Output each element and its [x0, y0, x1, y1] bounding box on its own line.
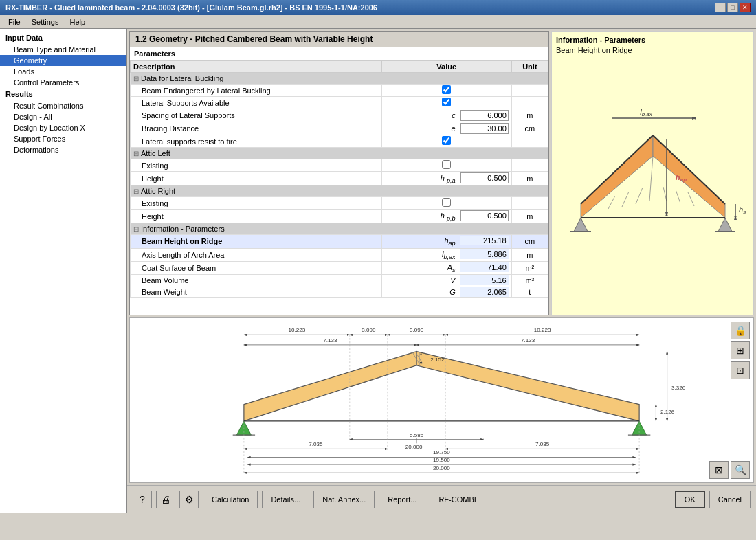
row-value: As 71.40 — [381, 261, 511, 274]
table-row: Beam Weight G 2.065 t — [131, 286, 548, 297]
row-desc: Bracing Distance — [131, 122, 382, 135]
window-controls: ─ □ ✕ — [715, 3, 751, 12]
zoom-button[interactable]: 🔍 — [731, 461, 750, 479]
maximize-button[interactable]: □ — [727, 3, 738, 12]
minimize-button[interactable]: ─ — [715, 3, 726, 12]
table-row: Lateral supports resist to fire — [131, 135, 548, 148]
svg-line-10 — [663, 187, 667, 201]
row-desc: Lateral supports resist to fire — [131, 135, 382, 148]
svg-marker-14 — [718, 218, 732, 232]
svg-line-4 — [653, 135, 725, 204]
row-unit — [511, 159, 548, 172]
table-container[interactable]: Description Value Unit ⊟Data for Lateral… — [130, 60, 548, 315]
symbol-as: As — [447, 263, 456, 271]
row-unit — [511, 97, 548, 109]
row-value[interactable] — [381, 85, 511, 97]
bottom-right-tools: ⊠ 🔍 — [709, 461, 750, 479]
row-value: h p,a — [381, 172, 511, 185]
menu-help[interactable]: Help — [64, 16, 91, 27]
section-attic-right[interactable]: ⊟Attic Right — [131, 185, 548, 197]
title-text: RX-TIMBER - Glued laminated beam - 2.04.… — [5, 3, 377, 12]
menu-file[interactable]: File — [3, 16, 26, 27]
row-value[interactable] — [381, 159, 511, 172]
input-bracing[interactable] — [460, 123, 509, 134]
grid-button[interactable]: ⊞ — [731, 341, 750, 359]
sidebar-item-result-combos[interactable]: Result Combinations — [0, 100, 126, 111]
info-panel: Information - Parameters Beam Height on … — [551, 31, 754, 315]
svg-text:3.090: 3.090 — [410, 327, 424, 333]
technical-drawing-svg: 10.223 3.090 3.090 10.223 7.133 7.133 — [130, 318, 753, 482]
checkbox-attic-right-existing[interactable] — [442, 198, 451, 207]
svg-marker-28 — [244, 352, 416, 421]
table-row: Spacing of Lateral Supports c m — [131, 109, 548, 122]
bottom-bar: ? 🖨 ⚙ Calculation Details... Nat. Annex.… — [127, 485, 756, 513]
svg-text:19.750: 19.750 — [433, 449, 450, 455]
row-value[interactable] — [381, 197, 511, 210]
settings-icon-button[interactable]: ⚙ — [179, 491, 199, 508]
rf-combi-button[interactable]: RF-COMBI — [430, 491, 485, 508]
close-button[interactable]: ✕ — [740, 3, 751, 12]
ok-button[interactable]: OK — [675, 491, 705, 508]
row-desc: Beam Height on Ridge — [131, 235, 382, 248]
section-lateral-buckling[interactable]: ⊟Data for Lateral Buckling — [131, 73, 548, 85]
cancel-button[interactable]: Cancel — [709, 491, 751, 508]
drawing-toolbar: 🔒 ⊞ ⊡ — [731, 322, 750, 379]
row-value[interactable] — [381, 135, 511, 148]
input-height-left[interactable] — [460, 172, 509, 183]
svg-text:7.035: 7.035 — [309, 441, 323, 447]
report-button[interactable]: Report... — [379, 491, 425, 508]
svg-line-6 — [608, 196, 615, 209]
sidebar-item-design-location[interactable]: Design by Location X — [0, 122, 126, 133]
table-row: Beam Endangered by Lateral Buckling — [131, 85, 548, 97]
zoom-extents-button[interactable]: ⊠ — [709, 461, 729, 479]
symbol-c: c — [452, 111, 456, 120]
section-title: Data for Lateral Buckling — [141, 74, 223, 82]
checkbox-lateral-buckling[interactable] — [442, 85, 451, 94]
col-description: Description — [131, 61, 382, 73]
section-attic-left[interactable]: ⊟Attic Left — [131, 148, 548, 159]
row-value[interactable] — [381, 97, 511, 109]
table-row: Lateral Supports Available — [131, 97, 548, 109]
help-icon-button[interactable]: ? — [133, 491, 152, 508]
section-title: Attic Left — [141, 149, 170, 157]
row-desc: Beam Weight — [131, 286, 382, 297]
info-coat-surface: 71.40 — [460, 262, 509, 272]
svg-line-11 — [676, 190, 680, 203]
symbol-g: G — [449, 288, 456, 296]
collapse-icon: ⊟ — [133, 188, 139, 195]
symbol-lbax: lb,ax — [442, 250, 456, 258]
menu-settings[interactable]: Settings — [26, 16, 65, 27]
sidebar-item-beam-type[interactable]: Beam Type and Material — [0, 44, 126, 55]
form-title: 1.2 Geometry - Pitched Cambered Beam wit… — [130, 32, 548, 47]
content-area: 1.2 Geometry - Pitched Cambered Beam wit… — [127, 29, 756, 513]
checkbox-attic-left-existing[interactable] — [442, 160, 451, 169]
export-button[interactable]: ⊡ — [731, 361, 750, 379]
row-desc: Height — [131, 210, 382, 223]
details-button[interactable]: Details... — [262, 491, 309, 508]
lock-button[interactable]: 🔒 — [731, 322, 750, 339]
sidebar-item-deformations[interactable]: Deformations — [0, 144, 126, 155]
table-row: Coat Surface of Beam As 71.40 m² — [131, 261, 548, 274]
checkbox-lateral-supports[interactable] — [442, 98, 451, 106]
nat-annex-button[interactable]: Nat. Annex... — [313, 491, 375, 508]
sidebar-item-loads[interactable]: Loads — [0, 66, 126, 77]
svg-marker-29 — [416, 352, 639, 421]
section-info-params[interactable]: ⊟Information - Parameters — [131, 223, 548, 235]
sidebar-item-control[interactable]: Control Parameters — [0, 77, 126, 88]
input-height-right[interactable] — [460, 210, 509, 221]
input-spacing[interactable] — [460, 110, 509, 121]
row-unit: m³ — [511, 274, 548, 286]
sidebar-item-design-all[interactable]: Design - All — [0, 111, 126, 122]
collapse-icon: ⊟ — [133, 75, 139, 82]
calculation-button[interactable]: Calculation — [203, 491, 258, 508]
info-panel-title: Information - Parameters — [556, 36, 749, 44]
print-button[interactable]: 🖨 — [156, 491, 175, 508]
table-row: Bracing Distance e cm — [131, 122, 548, 135]
symbol-hap: hap — [444, 236, 455, 245]
checkbox-fire[interactable] — [442, 136, 451, 145]
row-desc: Beam Endangered by Lateral Buckling — [131, 85, 382, 97]
sidebar-item-support-forces[interactable]: Support Forces — [0, 133, 126, 144]
info-beam-height: 215.18 — [460, 236, 509, 245]
row-value: h p,b — [381, 210, 511, 223]
sidebar-item-geometry[interactable]: Geometry — [0, 55, 126, 66]
